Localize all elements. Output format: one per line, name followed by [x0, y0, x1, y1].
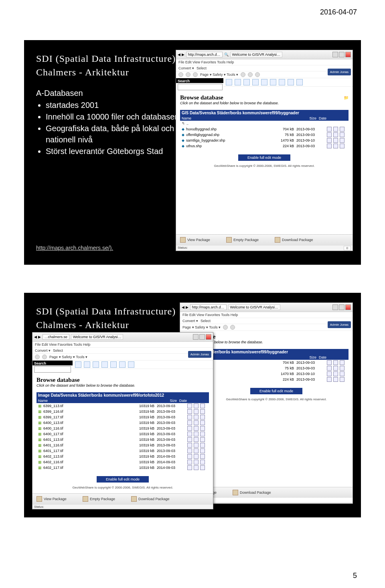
tool-icon[interactable]	[42, 355, 47, 359]
search-input[interactable]	[178, 84, 223, 90]
select-button[interactable]: Select	[197, 66, 207, 70]
add-icon[interactable]	[327, 360, 332, 365]
url-field[interactable]: http://maps.arch.d…	[190, 304, 227, 310]
table-row[interactable]: ▦6399_116.tif10319 kB2013-09-03	[36, 409, 209, 414]
select-button[interactable]: Select	[201, 319, 211, 323]
maximize-icon[interactable]	[339, 52, 344, 57]
close-icon[interactable]	[345, 304, 351, 310]
tab-label[interactable]: Welcome to GIS/VR Analysi…	[228, 304, 280, 310]
info-icon[interactable]	[194, 432, 199, 436]
info-icon[interactable]	[333, 366, 338, 371]
toolbar-convert[interactable]: Convert ▾ Select	[180, 318, 353, 324]
preview-icon[interactable]	[340, 144, 344, 148]
page-safety-tools[interactable]: Page ▾ Safety ▾ Tools ▾	[49, 355, 87, 359]
table-row[interactable]: ▦6400_116.tif10319 kB2013-09-03	[36, 426, 209, 431]
table-row[interactable]: ▦6400_113.tif10319 kB2013-09-03	[36, 420, 209, 426]
nav-forward-icon[interactable]	[243, 79, 250, 85]
view-package-button[interactable]: View Package	[180, 237, 210, 243]
enable-edit-button[interactable]: Enable full edit mode	[97, 476, 149, 483]
tab-label[interactable]: Welcome to GIS/VR Analysi…	[230, 52, 282, 57]
home-icon[interactable]	[178, 72, 183, 77]
select-button[interactable]: Select	[53, 349, 63, 353]
menu-bar[interactable]: File Edit View Favorites Tools Help	[176, 59, 353, 65]
preview-icon[interactable]	[200, 443, 205, 448]
nav-exit-icon[interactable]	[279, 79, 285, 85]
table-row[interactable]: ◆uthus.shp 224 kB 2013-09-03	[180, 143, 349, 149]
nav-exit-icon[interactable]	[119, 361, 126, 368]
info-icon[interactable]	[194, 465, 199, 470]
search-input[interactable]	[34, 366, 71, 373]
nav-admin-icon[interactable]	[296, 79, 303, 85]
download-package-button[interactable]: Download Package	[233, 490, 271, 495]
table-row[interactable]: ↰..	[180, 121, 349, 126]
info-icon[interactable]	[194, 420, 199, 425]
nav-home-icon[interactable]	[75, 361, 81, 368]
add-icon[interactable]	[187, 409, 192, 414]
add-icon[interactable]	[327, 371, 332, 376]
add-icon[interactable]	[187, 415, 192, 420]
minimize-icon[interactable]	[332, 52, 338, 57]
tool-icon[interactable]	[230, 325, 235, 330]
table-row[interactable]: 75 kB2013-09-03	[204, 365, 349, 371]
toolbar-convert[interactable]: Convert ▾ Select	[32, 348, 213, 354]
toolbar-convert[interactable]: Convert ▾ Select	[176, 65, 353, 71]
minimize-icon[interactable]	[332, 304, 338, 310]
tool-icon[interactable]	[248, 72, 253, 77]
table-row[interactable]: ▦6401_117.tif10319 kB2013-09-03	[36, 448, 209, 454]
page-safety-tools[interactable]: Page ▾ Safety ▾ Tools ▾	[200, 73, 238, 77]
table-row[interactable]: ▦6402_117.tif10319 kB2014-09-03	[36, 465, 209, 470]
preview-icon[interactable]	[200, 465, 205, 470]
add-icon[interactable]	[327, 138, 332, 143]
table-row[interactable]: ▦6401_113.tif10319 kB2013-09-03	[36, 437, 209, 442]
nav-search-icon[interactable]	[110, 361, 117, 368]
info-icon[interactable]	[194, 426, 199, 431]
maximize-icon[interactable]	[199, 334, 205, 340]
search-icon[interactable]: 🔍	[224, 53, 229, 57]
tool-icon[interactable]	[223, 325, 228, 330]
download-package-button[interactable]: Download Package	[275, 237, 313, 243]
add-icon[interactable]	[187, 460, 192, 464]
add-icon[interactable]	[327, 144, 332, 148]
toolbar-page[interactable]: Page ▾ Safety ▾ Tools ▾	[180, 324, 353, 331]
view-package-button[interactable]: View Package	[36, 496, 67, 502]
add-icon[interactable]	[327, 377, 332, 382]
nav-browse-icon[interactable]	[252, 79, 259, 85]
info-icon[interactable]	[333, 144, 338, 148]
add-icon[interactable]	[187, 454, 192, 459]
add-icon[interactable]	[187, 437, 192, 442]
preview-icon[interactable]	[340, 371, 344, 376]
preview-icon[interactable]	[340, 366, 344, 371]
close-icon[interactable]	[206, 334, 211, 340]
add-icon[interactable]	[187, 448, 192, 453]
url-field[interactable]: …chalmers.se	[43, 334, 70, 340]
nav-start-icon[interactable]	[270, 79, 276, 85]
menu-bar[interactable]: File Edit View Favorites Tools Help	[180, 312, 353, 318]
add-icon[interactable]	[327, 366, 332, 371]
table-row[interactable]: ◆samtliga_byggnader.shp 1470 kB 2013-09-…	[180, 138, 349, 143]
feed-icon[interactable]	[186, 72, 190, 77]
preview-icon[interactable]	[340, 138, 344, 143]
preview-icon[interactable]	[200, 426, 205, 431]
add-icon[interactable]	[187, 443, 192, 448]
url-field[interactable]: http://maps.arch.d…	[186, 52, 223, 57]
add-icon[interactable]	[187, 420, 192, 425]
add-icon[interactable]	[187, 465, 192, 470]
tool-icon[interactable]	[241, 72, 245, 77]
preview-icon[interactable]	[200, 454, 205, 459]
toolbar-page[interactable]: Page ▾ Safety ▾ Tools ▾	[32, 354, 213, 361]
info-icon[interactable]	[194, 415, 199, 420]
nav-back-icon[interactable]	[84, 361, 90, 368]
table-row[interactable]: ▦6399_117.tif10319 kB2013-09-03	[36, 414, 209, 420]
info-icon[interactable]	[194, 403, 199, 408]
table-row[interactable]: 1470 kB2013-09-10	[204, 371, 349, 377]
info-icon[interactable]	[194, 448, 199, 453]
page-safety-tools[interactable]: Page ▾ Safety ▾ Tools ▾	[182, 325, 221, 329]
table-row[interactable]: ▦6402_116.tif10319 kB2014-09-03	[36, 459, 209, 465]
empty-package-button[interactable]: Empty Package	[83, 496, 115, 502]
menu-bar[interactable]: File Edit View Favorites Tools Help	[32, 342, 213, 348]
enable-edit-button[interactable]: Enable full edit mode	[250, 388, 302, 394]
info-icon[interactable]	[333, 360, 338, 365]
info-icon[interactable]	[333, 371, 338, 376]
info-icon[interactable]	[194, 409, 199, 414]
table-row[interactable]: ◆huvudbyggnad.shp 704 kB 2013-09-03	[180, 126, 349, 132]
